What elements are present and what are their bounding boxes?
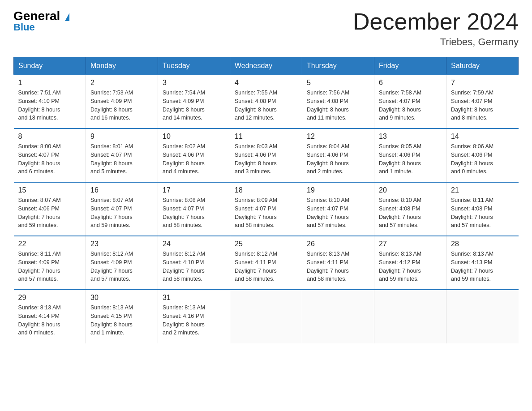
week-row-2: 8Sunrise: 8:00 AMSunset: 4:07 PMDaylight… xyxy=(14,128,519,182)
day-number: 22 xyxy=(18,240,82,248)
day-number: 14 xyxy=(451,133,514,141)
day-cell xyxy=(446,290,519,343)
day-cell: 27Sunrise: 8:13 AMSunset: 4:12 PMDayligh… xyxy=(374,236,446,290)
day-number: 29 xyxy=(18,294,82,302)
day-cell: 11Sunrise: 8:03 AMSunset: 4:06 PMDayligh… xyxy=(230,128,302,182)
day-cell: 26Sunrise: 8:13 AMSunset: 4:11 PMDayligh… xyxy=(302,236,374,290)
day-info: Sunrise: 8:01 AMSunset: 4:07 PMDaylight:… xyxy=(90,142,153,176)
header-monday: Monday xyxy=(86,57,158,75)
day-number: 21 xyxy=(451,186,514,194)
day-cell: 9Sunrise: 8:01 AMSunset: 4:07 PMDaylight… xyxy=(86,128,158,182)
header-tuesday: Tuesday xyxy=(158,57,230,75)
day-number: 5 xyxy=(307,79,369,87)
header-saturday: Saturday xyxy=(446,57,519,75)
day-cell: 23Sunrise: 8:12 AMSunset: 4:09 PMDayligh… xyxy=(86,236,158,290)
day-info: Sunrise: 7:58 AMSunset: 4:07 PMDaylight:… xyxy=(379,89,442,122)
day-number: 12 xyxy=(307,133,369,141)
day-info: Sunrise: 8:13 AMSunset: 4:14 PMDaylight:… xyxy=(18,304,82,337)
day-number: 8 xyxy=(18,133,82,141)
day-cell: 16Sunrise: 8:07 AMSunset: 4:07 PMDayligh… xyxy=(86,182,158,236)
header-thursday: Thursday xyxy=(302,57,374,75)
day-number: 26 xyxy=(307,240,369,248)
day-cell: 4Sunrise: 7:55 AMSunset: 4:08 PMDaylight… xyxy=(230,75,302,128)
day-number: 3 xyxy=(163,79,225,87)
day-cell: 3Sunrise: 7:54 AMSunset: 4:09 PMDaylight… xyxy=(158,75,230,128)
day-info: Sunrise: 8:12 AMSunset: 4:10 PMDaylight:… xyxy=(163,250,225,283)
day-info: Sunrise: 8:07 AMSunset: 4:06 PMDaylight:… xyxy=(18,196,82,230)
day-info: Sunrise: 7:59 AMSunset: 4:07 PMDaylight:… xyxy=(451,89,514,122)
day-header-row: Sunday Monday Tuesday Wednesday Thursday… xyxy=(14,57,519,75)
header-friday: Friday xyxy=(374,57,446,75)
calendar-table: Sunday Monday Tuesday Wednesday Thursday… xyxy=(13,57,519,343)
day-cell: 12Sunrise: 8:04 AMSunset: 4:06 PMDayligh… xyxy=(302,128,374,182)
day-info: Sunrise: 8:13 AMSunset: 4:16 PMDaylight:… xyxy=(163,304,225,337)
day-cell: 8Sunrise: 8:00 AMSunset: 4:07 PMDaylight… xyxy=(14,128,86,182)
day-number: 23 xyxy=(90,240,153,248)
day-cell: 25Sunrise: 8:12 AMSunset: 4:11 PMDayligh… xyxy=(230,236,302,290)
day-info: Sunrise: 7:54 AMSunset: 4:09 PMDaylight:… xyxy=(163,89,225,122)
day-number: 28 xyxy=(451,240,514,248)
day-info: Sunrise: 8:00 AMSunset: 4:07 PMDaylight:… xyxy=(18,142,82,176)
day-cell: 5Sunrise: 7:56 AMSunset: 4:08 PMDaylight… xyxy=(302,75,374,128)
day-number: 30 xyxy=(90,294,153,302)
day-number: 18 xyxy=(235,186,297,194)
page-header: General Blue December 2024 Triebes, Germ… xyxy=(13,9,519,48)
day-cell: 15Sunrise: 8:07 AMSunset: 4:06 PMDayligh… xyxy=(14,182,86,236)
day-cell: 21Sunrise: 8:11 AMSunset: 4:08 PMDayligh… xyxy=(446,182,519,236)
day-info: Sunrise: 7:51 AMSunset: 4:10 PMDaylight:… xyxy=(18,89,82,122)
day-info: Sunrise: 8:13 AMSunset: 4:15 PMDaylight:… xyxy=(90,304,153,337)
week-row-5: 29Sunrise: 8:13 AMSunset: 4:14 PMDayligh… xyxy=(14,290,519,343)
calendar-title: December 2024 xyxy=(353,9,519,34)
day-info: Sunrise: 8:13 AMSunset: 4:12 PMDaylight:… xyxy=(379,250,442,283)
day-info: Sunrise: 8:07 AMSunset: 4:07 PMDaylight:… xyxy=(90,196,153,230)
day-cell xyxy=(374,290,446,343)
calendar-subtitle: Triebes, Germany xyxy=(353,36,519,48)
day-info: Sunrise: 8:08 AMSunset: 4:07 PMDaylight:… xyxy=(163,196,225,230)
day-info: Sunrise: 8:13 AMSunset: 4:13 PMDaylight:… xyxy=(451,250,514,283)
day-cell: 22Sunrise: 8:11 AMSunset: 4:09 PMDayligh… xyxy=(14,236,86,290)
day-cell: 14Sunrise: 8:06 AMSunset: 4:06 PMDayligh… xyxy=(446,128,519,182)
day-cell: 1Sunrise: 7:51 AMSunset: 4:10 PMDaylight… xyxy=(14,75,86,128)
day-number: 2 xyxy=(90,79,153,87)
day-info: Sunrise: 8:10 AMSunset: 4:08 PMDaylight:… xyxy=(379,196,442,230)
day-info: Sunrise: 8:11 AMSunset: 4:08 PMDaylight:… xyxy=(451,196,514,230)
day-info: Sunrise: 8:05 AMSunset: 4:06 PMDaylight:… xyxy=(379,142,442,176)
day-cell: 2Sunrise: 7:53 AMSunset: 4:09 PMDaylight… xyxy=(86,75,158,128)
day-info: Sunrise: 8:02 AMSunset: 4:06 PMDaylight:… xyxy=(163,142,225,176)
logo-blue-text: Blue xyxy=(13,21,35,33)
header-sunday: Sunday xyxy=(14,57,86,75)
day-number: 20 xyxy=(379,186,442,194)
day-number: 10 xyxy=(163,133,225,141)
day-number: 31 xyxy=(163,294,225,302)
day-info: Sunrise: 7:56 AMSunset: 4:08 PMDaylight:… xyxy=(307,89,369,122)
day-cell: 10Sunrise: 8:02 AMSunset: 4:06 PMDayligh… xyxy=(158,128,230,182)
day-number: 24 xyxy=(163,240,225,248)
day-cell: 24Sunrise: 8:12 AMSunset: 4:10 PMDayligh… xyxy=(158,236,230,290)
logo: General Blue xyxy=(13,9,69,33)
day-cell xyxy=(230,290,302,343)
day-number: 16 xyxy=(90,186,153,194)
day-cell: 28Sunrise: 8:13 AMSunset: 4:13 PMDayligh… xyxy=(446,236,519,290)
day-cell: 17Sunrise: 8:08 AMSunset: 4:07 PMDayligh… xyxy=(158,182,230,236)
day-number: 25 xyxy=(235,240,297,248)
day-cell xyxy=(302,290,374,343)
day-number: 17 xyxy=(163,186,225,194)
day-info: Sunrise: 8:11 AMSunset: 4:09 PMDaylight:… xyxy=(18,250,82,283)
day-number: 13 xyxy=(379,133,442,141)
day-cell: 6Sunrise: 7:58 AMSunset: 4:07 PMDaylight… xyxy=(374,75,446,128)
day-number: 11 xyxy=(235,133,297,141)
day-number: 19 xyxy=(307,186,369,194)
day-number: 1 xyxy=(18,79,82,87)
day-number: 15 xyxy=(18,186,82,194)
day-number: 4 xyxy=(235,79,297,87)
day-cell: 31Sunrise: 8:13 AMSunset: 4:16 PMDayligh… xyxy=(158,290,230,343)
day-info: Sunrise: 8:10 AMSunset: 4:07 PMDaylight:… xyxy=(307,196,369,230)
day-cell: 19Sunrise: 8:10 AMSunset: 4:07 PMDayligh… xyxy=(302,182,374,236)
day-cell: 7Sunrise: 7:59 AMSunset: 4:07 PMDaylight… xyxy=(446,75,519,128)
day-number: 6 xyxy=(379,79,442,87)
day-number: 27 xyxy=(379,240,442,248)
header-wednesday: Wednesday xyxy=(230,57,302,75)
day-number: 7 xyxy=(451,79,514,87)
day-cell: 18Sunrise: 8:09 AMSunset: 4:07 PMDayligh… xyxy=(230,182,302,236)
week-row-1: 1Sunrise: 7:51 AMSunset: 4:10 PMDaylight… xyxy=(14,75,519,128)
